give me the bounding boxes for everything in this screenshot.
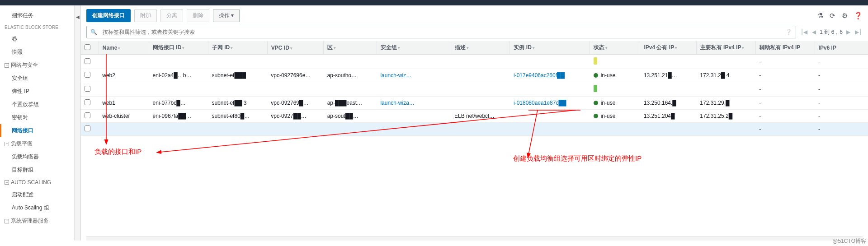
sidebar-item[interactable]: −AUTO SCALING (0, 176, 74, 188)
sidebar-item-label: 弹性 IP (12, 88, 29, 94)
status-dot-icon (594, 114, 598, 118)
sidebar-item-label: 网络接口 (12, 127, 33, 134)
main-panel: 创建网络接口 附加 分离 删除 操作 ⚗ ⟳ ⚙ ❓ 🔍 ❔ ⎮◀ ◀ 1 到 … (81, 5, 868, 241)
eni-table: Name▾ 网络接口 ID▾ 子网 ID▾ VPC ID▾ 区▾ 安全组▾ 描述… (81, 41, 868, 136)
sidebar-item[interactable]: 卷 (0, 32, 74, 46)
search-bar: 🔍 ❔ ⎮◀ ◀ 1 到 6，6 ▶ ▶⎮ (81, 26, 868, 41)
pager-prev-icon[interactable]: ◀ (811, 29, 817, 35)
row-checkbox[interactable] (85, 86, 90, 92)
create-eni-button[interactable]: 创建网络接口 (86, 9, 131, 22)
status-pill-icon (594, 57, 597, 65)
pager: ⎮◀ ◀ 1 到 6，6 ▶ ▶⎮ (800, 28, 863, 36)
toggle-icon: − (5, 180, 9, 185)
select-all-checkbox[interactable] (85, 44, 90, 50)
col-instance[interactable]: 实例 ID▾ (510, 41, 590, 55)
sidebar-item-label: ELASTIC BLOCK STORE (5, 25, 58, 30)
sidebar-item[interactable]: 捆绑任务 (0, 9, 74, 22)
link[interactable]: i-017e9406ac260f██ (514, 72, 565, 79)
table-row[interactable]: -- (81, 55, 868, 69)
chevron-left-icon: ◀ (76, 14, 80, 19)
horizontal-scrollbar[interactable] (86, 236, 863, 241)
toggle-icon: − (5, 142, 9, 146)
table-row[interactable]: web1eni-077bc█…subnet-ef██ 3vpc-092769█…… (81, 97, 868, 110)
table-header-row: Name▾ 网络接口 ID▾ 子网 ID▾ VPC ID▾ 区▾ 安全组▾ 描述… (81, 41, 868, 55)
sidebar-item[interactable]: 目标群组 (0, 163, 74, 176)
sidebar-item-label: 目标群组 (12, 167, 33, 173)
sidebar-item[interactable]: 安全组 (0, 72, 74, 85)
col-state[interactable]: 状态▾ (590, 41, 640, 55)
sidebar-item[interactable]: 快照 (0, 46, 74, 59)
table-row[interactable]: web2eni-02a4█…b…subnet-ef███vpc-0927696e… (81, 69, 868, 82)
sidebar-item-label: 捆绑任务 (12, 12, 33, 19)
pager-last-icon[interactable]: ▶⎮ (854, 29, 863, 35)
sidebar-item[interactable]: 个置放群组 (0, 98, 74, 111)
status-dot-icon (594, 73, 598, 78)
sidebar-item-label: 网络与安全 (11, 61, 38, 69)
row-checkbox[interactable] (85, 112, 90, 118)
sidebar-collapse-handle[interactable]: ◀ (75, 5, 81, 241)
table-wrap: Name▾ 网络接口 ID▾ 子网 ID▾ VPC ID▾ 区▾ 安全组▾ 描述… (81, 41, 868, 236)
experiment-icon[interactable]: ⚗ (817, 12, 823, 20)
col-secip[interactable]: 辅助私有 IPv4 IP (755, 41, 815, 55)
search-help-icon[interactable]: ❔ (782, 29, 796, 35)
pager-info: 1 到 6，6 (820, 28, 843, 36)
help-icon[interactable]: ❓ (854, 12, 863, 20)
sidebar-item[interactable]: Auto Scaling 组 (0, 201, 74, 214)
col-desc[interactable]: 描述▾ (451, 41, 510, 55)
row-checkbox[interactable] (85, 99, 90, 105)
actions-dropdown[interactable]: 操作 (213, 9, 240, 22)
table-row[interactable]: -- (81, 123, 868, 136)
sidebar-item[interactable]: 密钥对 (0, 111, 74, 124)
table-row[interactable]: web-clustereni-0967fa██…subnet-ef80█…vpc… (81, 110, 868, 123)
sidebar-item-label: 系统管理器服务 (11, 217, 49, 225)
col-name[interactable]: Name▾ (99, 41, 149, 55)
col-zone[interactable]: 区▾ (324, 41, 377, 55)
sidebar-item-label: 启动配置 (12, 191, 33, 198)
col-vpc[interactable]: VPC ID▾ (267, 41, 323, 55)
sidebar-item-label: 负载平衡 (11, 140, 33, 148)
sidebar-item[interactable]: 网络接口 (0, 124, 74, 137)
sidebar-item-label: 个置放群组 (12, 101, 39, 107)
sidebar-item-label: 安全组 (12, 75, 28, 81)
search-icon: 🔍 (87, 29, 101, 35)
link[interactable]: launch-wiza… (380, 100, 414, 106)
watermark: @51CTO博客 (832, 237, 866, 241)
row-checkbox[interactable] (85, 58, 90, 64)
table-row[interactable]: -- (81, 82, 868, 97)
row-checkbox[interactable] (85, 125, 90, 131)
detach-button[interactable]: 分离 (160, 9, 183, 22)
link[interactable]: launch-wiz… (380, 72, 411, 79)
col-eni[interactable]: 网络接口 ID▾ (149, 41, 208, 55)
sidebar-item[interactable]: −网络与安全 (0, 59, 74, 72)
col-sg[interactable]: 安全组▾ (377, 41, 451, 55)
col-ip6[interactable]: IPv6 IP (815, 41, 868, 55)
refresh-icon[interactable]: ⟳ (830, 12, 835, 20)
link[interactable]: i-018080aea1e87c██ (514, 100, 566, 106)
col-pubip[interactable]: IPv4 公有 IP▾ (640, 41, 696, 55)
toggle-icon: − (5, 219, 9, 223)
sidebar-item[interactable]: 负载均衡器 (0, 150, 74, 163)
search-input[interactable] (101, 26, 782, 38)
sidebar-item[interactable]: −系统管理器服务 (0, 214, 74, 227)
row-checkbox[interactable] (85, 72, 90, 78)
settings-icon[interactable]: ⚙ (842, 12, 848, 20)
sidebar-item-label: 快照 (12, 49, 23, 55)
pager-first-icon[interactable]: ⎮◀ (800, 29, 808, 35)
pager-next-icon[interactable]: ▶ (845, 29, 851, 35)
sidebar-item-label: AUTO SCALING (11, 179, 51, 186)
status-pill-icon (594, 85, 597, 92)
sidebar: 捆绑任务ELASTIC BLOCK STORE卷快照−网络与安全安全组弹性 IP… (0, 5, 75, 241)
sidebar-item-label: Auto Scaling 组 (12, 204, 49, 211)
sidebar-item: ELASTIC BLOCK STORE (0, 22, 74, 32)
sidebar-item-label: 卷 (12, 36, 17, 42)
col-subnet[interactable]: 子网 ID▾ (208, 41, 267, 55)
search-wrap: 🔍 ❔ (86, 26, 796, 38)
sidebar-item[interactable]: 弹性 IP (0, 85, 74, 98)
col-privip[interactable]: 主要私有 IPv4 IP▾ (696, 41, 755, 55)
attach-button[interactable]: 附加 (134, 9, 157, 22)
delete-button[interactable]: 删除 (187, 9, 209, 22)
sidebar-item[interactable]: 启动配置 (0, 188, 74, 201)
toolbar: 创建网络接口 附加 分离 删除 操作 ⚗ ⟳ ⚙ ❓ (81, 5, 868, 26)
sidebar-item[interactable]: −负载平衡 (0, 137, 74, 150)
sidebar-item-label: 密钥对 (12, 114, 28, 121)
